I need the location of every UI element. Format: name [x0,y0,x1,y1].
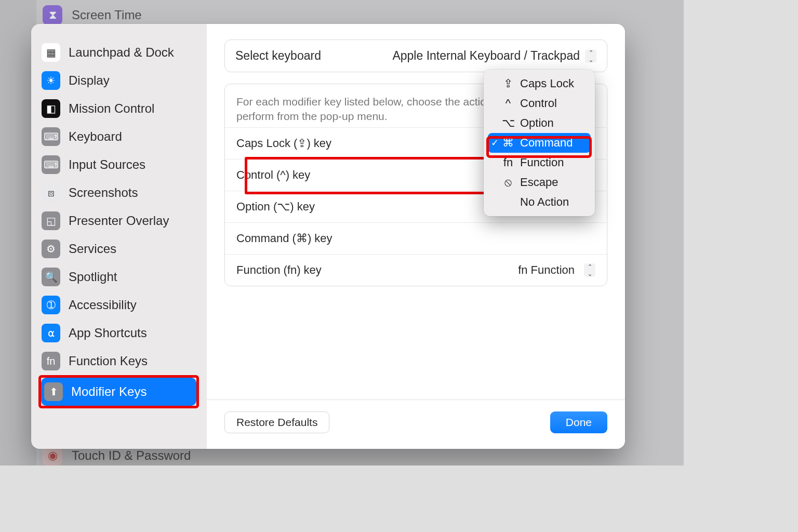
option-symbol-icon: ⌥ [501,116,515,130]
keyboard-select-value: Apple Internal Keyboard / Trackpad [392,49,580,63]
modifier-row-label: Caps Lock (⇪) key [236,137,331,150]
sidebar-item-label: Modifier Keys [71,384,147,399]
services-icon: ⚙ [42,240,60,258]
launchpad-dock-icon: ▦ [42,43,60,62]
done-button[interactable]: Done [550,411,607,433]
sidebar-item-spotlight[interactable]: 🔍Spotlight [38,263,199,291]
popover-item-label: Option [520,116,554,130]
sidebar-item-app-shortcuts[interactable]: ⍺App Shortcuts [38,319,199,347]
sheet-footer: Restore Defaults Done [207,400,625,449]
sidebar-item-display[interactable]: ☀Display [38,66,199,95]
app-shortcuts-icon: ⍺ [42,324,60,342]
sidebar-item-label: Screenshots [69,185,138,200]
function-symbol-icon: fn [501,156,515,169]
sidebar-item-label: Function Keys [69,354,148,368]
sidebar-item-label: Spotlight [69,270,117,284]
popover-item-label: Caps Lock [520,77,574,90]
sidebar-item-label: Input Sources [69,157,145,172]
sidebar-item-accessibility[interactable]: ➀Accessibility [38,291,199,319]
modifier-keys-icon: ⬆ [44,382,63,401]
sidebar-item-label: Presenter Overlay [69,214,169,228]
sidebar-item-label: Accessibility [69,298,137,312]
sidebar-item-keyboard[interactable]: ⌨Keyboard [38,123,199,151]
keyboard-prefs-sidebar: ▦Launchpad & Dock☀Display◧Mission Contro… [31,24,207,449]
command-symbol-icon: ⌘ [501,136,515,150]
presenter-overlay-icon: ◱ [42,211,60,230]
popover-item-no-action[interactable]: No Action [488,192,591,212]
modifier-row-value: fn Function [518,263,595,277]
sidebar-item-label: App Shortcuts [69,326,147,340]
accessibility-icon: ➀ [42,296,60,314]
check-icon: ✓ [491,137,499,149]
modifier-row-4[interactable]: Function (fn) keyfn Function [225,255,607,286]
sidebar-item-modifier-keys[interactable]: ⬆Modifier Keys [41,378,196,406]
modifier-row-label: Function (fn) key [236,263,322,277]
sidebar-item-presenter-overlay[interactable]: ◱Presenter Overlay [38,207,199,235]
sidebar-item-label: Mission Control [69,101,154,116]
popover-item-escape[interactable]: ⦸Escape [488,172,591,192]
sidebar-item-label: Services [69,242,116,256]
sidebar-item-function-keys[interactable]: fnFunction Keys [38,347,199,375]
highlight-selected-sidebar: ⬆Modifier Keys [38,375,199,408]
popover-item-label: Command [520,136,573,150]
escape-symbol-icon: ⦸ [501,176,515,189]
function-keys-icon: fn [42,352,60,370]
popover-item-function[interactable]: fnFunction [488,153,591,172]
sidebar-item-label: Display [69,73,110,88]
spotlight-icon: 🔍 [42,268,60,286]
restore-defaults-button[interactable]: Restore Defaults [224,411,329,433]
popover-item-label: No Action [520,195,569,209]
action-popover: ⇪Caps Lock^Control⌥Option✓⌘CommandfnFunc… [484,70,595,216]
sidebar-item-launchpad-dock[interactable]: ▦Launchpad & Dock [38,38,199,66]
hourglass-icon: ⧗ [43,5,62,25]
bg-row-1-label: Screen Time [72,8,142,22]
sidebar-item-input-sources[interactable]: ⌨Input Sources [38,151,199,179]
keyboard-select-row[interactable]: Select keyboard Apple Internal Keyboard … [224,39,607,72]
keyboard-icon: ⌨ [42,127,60,146]
popover-item-label: Function [520,156,564,169]
caps-lock-symbol-icon: ⇪ [501,77,515,90]
keyboard-select-label: Select keyboard [235,49,321,63]
sidebar-item-label: Keyboard [69,129,122,144]
sidebar-item-services[interactable]: ⚙Services [38,235,199,263]
screenshots-icon: ⧇ [42,183,60,202]
popover-item-option[interactable]: ⌥Option [488,113,591,133]
popover-item-label: Control [520,97,557,110]
sidebar-item-screenshots[interactable]: ⧇Screenshots [38,179,199,207]
popover-item-caps-lock[interactable]: ⇪Caps Lock [488,74,591,94]
popover-item-control[interactable]: ^Control [488,94,591,113]
sidebar-item-mission-control[interactable]: ◧Mission Control [38,95,199,123]
modifier-row-label: Command (⌘) key [236,232,332,245]
sidebar-item-label: Launchpad & Dock [69,45,174,60]
modifier-row-3[interactable]: Command (⌘) key [225,223,607,255]
chevron-updown-icon[interactable] [585,49,596,63]
popover-item-label: Escape [520,176,558,189]
chevron-updown-icon[interactable] [584,263,595,277]
popover-item-command[interactable]: ✓⌘Command [488,133,591,153]
modifier-row-label: Control (^) key [236,168,310,182]
input-sources-icon: ⌨ [42,155,60,174]
bg-row-2-label: Touch ID & Password [72,448,191,463]
control-symbol-icon: ^ [501,97,515,110]
display-icon: ☀ [42,71,60,90]
modifier-row-label: Option (⌥) key [236,200,315,214]
mission-control-icon: ◧ [42,99,60,118]
